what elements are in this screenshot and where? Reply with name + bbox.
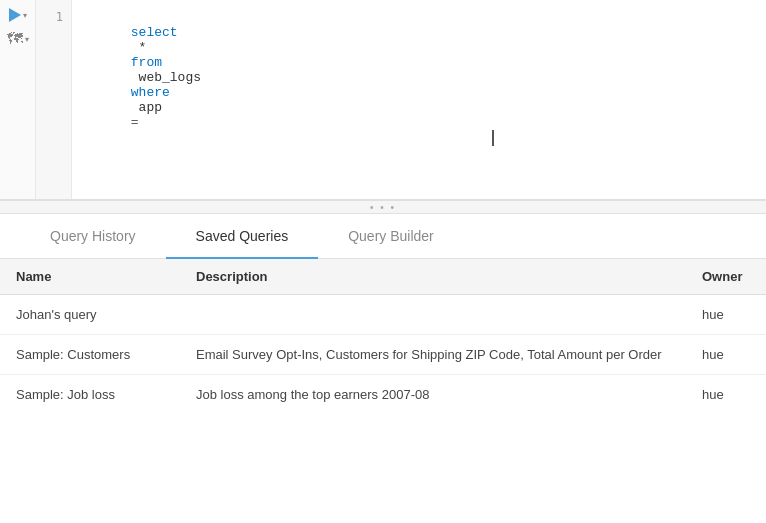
line-numbers: 1 xyxy=(36,0,72,199)
row-1-description: Email Survey Opt-Ins, Customers for Ship… xyxy=(180,335,686,375)
table-row[interactable]: Johan's query hue xyxy=(0,295,766,335)
run-query-button[interactable]: ▾ xyxy=(9,8,27,22)
drag-handle[interactable]: • • • xyxy=(0,200,766,214)
tab-query-builder[interactable]: Query Builder xyxy=(318,214,464,258)
run-dropdown-arrow[interactable]: ▾ xyxy=(23,11,27,20)
tabs-area: Query History Saved Queries Query Builde… xyxy=(0,214,766,414)
code-line-1: select * from web_logs where app = xyxy=(84,10,754,145)
tabs-nav: Query History Saved Queries Query Builde… xyxy=(0,214,766,259)
code-asterisk: * xyxy=(131,40,154,55)
table-header: Name Description Owner xyxy=(0,259,766,295)
row-0-name: Johan's query xyxy=(0,295,180,335)
row-2-owner: hue xyxy=(686,375,766,415)
row-1-owner: hue xyxy=(686,335,766,375)
row-2-description: Job loss among the top earners 2007-08 xyxy=(180,375,686,415)
header-row: Name Description Owner xyxy=(0,259,766,295)
table-row[interactable]: Sample: Job loss Job loss among the top … xyxy=(0,375,766,415)
tab-saved-queries[interactable]: Saved Queries xyxy=(166,214,319,258)
col-header-description: Description xyxy=(180,259,686,295)
tab-query-history[interactable]: Query History xyxy=(20,214,166,258)
explain-dropdown-arrow[interactable]: ▾ xyxy=(25,35,29,44)
row-0-owner: hue xyxy=(686,295,766,335)
text-cursor xyxy=(492,130,494,146)
row-2-name: Sample: Job loss xyxy=(0,375,180,415)
line-number-1: 1 xyxy=(36,10,63,24)
row-0-description xyxy=(180,295,686,335)
book-icon: 🗺 xyxy=(7,30,23,48)
code-table: web_logs xyxy=(131,70,209,85)
play-icon xyxy=(9,8,21,22)
code-field: app xyxy=(131,100,170,115)
table-row[interactable]: Sample: Customers Email Survey Opt-Ins, … xyxy=(0,335,766,375)
table-body: Johan's query hue Sample: Customers Emai… xyxy=(0,295,766,415)
col-header-owner: Owner xyxy=(686,259,766,295)
left-toolbar: ▾ 🗺 ▾ xyxy=(0,0,36,199)
keyword-where: where xyxy=(131,85,170,100)
row-1-name: Sample: Customers xyxy=(0,335,180,375)
code-operator: = xyxy=(131,115,139,130)
code-editor[interactable]: select * from web_logs where app = xyxy=(72,0,766,199)
explain-button[interactable]: 🗺 ▾ xyxy=(7,30,29,48)
saved-queries-table: Name Description Owner Johan's query hue… xyxy=(0,259,766,414)
editor-area: ▾ 🗺 ▾ 1 select * from web_logs where app… xyxy=(0,0,766,200)
keyword-from: from xyxy=(131,55,162,70)
keyword-select: select xyxy=(131,25,178,40)
saved-queries-table-container: Name Description Owner Johan's query hue… xyxy=(0,259,766,414)
drag-dots: • • • xyxy=(370,202,396,213)
col-header-name: Name xyxy=(0,259,180,295)
